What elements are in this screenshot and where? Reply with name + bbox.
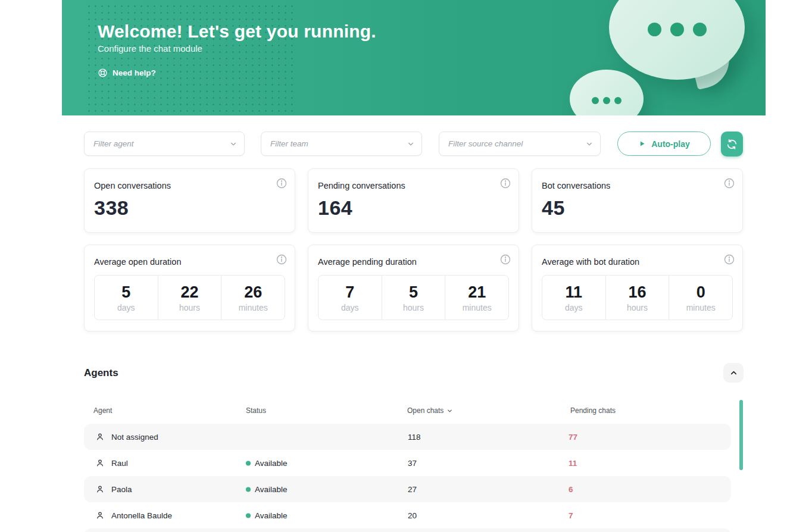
- table-row[interactable]: Antonella Baulde Available 20 7: [84, 502, 731, 528]
- chat-bubble-small: [570, 70, 644, 115]
- chevron-down-icon: [229, 140, 238, 148]
- open-chats-value: 37: [408, 459, 417, 468]
- duration-unit: days: [117, 303, 135, 312]
- open-chats-value: 20: [408, 511, 417, 520]
- agent-status: Available: [246, 485, 288, 494]
- info-icon[interactable]: [499, 254, 511, 265]
- user-icon: [95, 432, 105, 442]
- card-title: Average open duration: [94, 257, 285, 267]
- duration-value: 0: [697, 283, 705, 302]
- need-help-label: Need help?: [113, 68, 156, 77]
- duration-hours: 22hours: [158, 276, 221, 320]
- filter-team-select[interactable]: [261, 132, 422, 156]
- filter-team-input[interactable]: [261, 132, 421, 155]
- info-icon[interactable]: [723, 177, 735, 189]
- agent-status: Available: [246, 511, 288, 520]
- collapse-section-button[interactable]: [723, 363, 744, 383]
- status-label: Available: [255, 511, 288, 520]
- card-title: Bot conversations: [542, 181, 733, 190]
- duration-value: 7: [345, 283, 354, 302]
- table-row[interactable]: Not assigned 118 77: [84, 424, 731, 450]
- duration-unit: hours: [627, 303, 648, 312]
- duration-unit: minutes: [463, 303, 492, 312]
- refresh-button[interactable]: [721, 132, 743, 157]
- column-header-agent: Agent: [93, 406, 112, 415]
- open-chats-value: 118: [408, 433, 421, 442]
- duration-unit: hours: [403, 303, 424, 312]
- chevron-down-icon: [585, 140, 594, 148]
- open-conversations-card: Open conversations 338: [84, 168, 295, 233]
- table-scrollbar-thumb[interactable]: [739, 400, 743, 470]
- agents-table-header: Agent Status Open chats Pending chats: [84, 406, 744, 415]
- duration-minutes: 21minutes: [445, 276, 508, 320]
- info-icon[interactable]: [723, 254, 735, 265]
- durations-row: Average open duration 5days 22hours 26mi…: [84, 245, 744, 331]
- duration-value: 5: [409, 283, 418, 302]
- dot-pattern-decoration: [86, 3, 295, 115]
- user-icon: [95, 458, 105, 468]
- user-icon: [95, 484, 105, 494]
- autoplay-button[interactable]: Auto-play: [617, 132, 711, 156]
- duration-unit: days: [341, 303, 359, 312]
- duration-unit: hours: [179, 303, 200, 312]
- duration-box: 7days 5hours 21minutes: [318, 275, 509, 320]
- average-with-bot-duration-card: Average with bot duration 11days 16hours…: [532, 245, 743, 331]
- duration-minutes: 0minutes: [669, 276, 732, 320]
- duration-unit: minutes: [239, 303, 268, 312]
- duration-hours: 16hours: [605, 276, 669, 320]
- info-icon[interactable]: [276, 177, 288, 189]
- info-icon[interactable]: [499, 177, 511, 189]
- agents-table-body: Not assigned 118 77 Raul Available 37 11…: [84, 424, 744, 532]
- duration-value: 22: [180, 283, 198, 302]
- duration-value: 26: [244, 283, 262, 302]
- table-row[interactable]: Raul Available 37 11: [84, 450, 731, 476]
- card-value: 164: [318, 196, 509, 220]
- filter-source-channel-input[interactable]: [439, 132, 600, 155]
- duration-unit: days: [565, 303, 583, 312]
- card-title: Open conversations: [94, 181, 285, 190]
- duration-minutes: 26minutes: [221, 276, 285, 320]
- bubble-dot: [592, 97, 599, 104]
- filter-agent-input[interactable]: [85, 132, 244, 155]
- status-dot: [246, 487, 251, 492]
- status-dot: [246, 513, 251, 518]
- pending-conversations-card: Pending conversations 164: [308, 168, 519, 233]
- duration-unit: minutes: [686, 303, 716, 312]
- card-value: 45: [542, 196, 733, 220]
- bubble-dot: [670, 23, 684, 36]
- average-open-duration-card: Average open duration 5days 22hours 26mi…: [84, 245, 295, 331]
- info-icon[interactable]: [276, 254, 288, 265]
- card-title: Pending conversations: [318, 181, 509, 190]
- duration-hours: 5hours: [382, 276, 445, 320]
- duration-days: 11days: [542, 276, 605, 320]
- bubble-dot: [648, 23, 661, 36]
- column-header-open-chats[interactable]: Open chats: [407, 406, 453, 415]
- filter-agent-select[interactable]: [84, 132, 245, 156]
- banner-title: Welcome! Let's get you running.: [98, 21, 376, 42]
- agents-heading: Agents: [84, 367, 118, 379]
- open-chats-value: 27: [408, 485, 417, 494]
- filters-toolbar: Auto-play: [84, 132, 744, 156]
- agent-name: Raul: [111, 459, 128, 468]
- card-value: 338: [94, 196, 285, 220]
- duration-value: 11: [566, 283, 583, 302]
- user-icon: [95, 511, 105, 520]
- need-help-link[interactable]: Need help?: [98, 68, 156, 78]
- pending-chats-value: 77: [569, 433, 577, 442]
- card-title: Average pending duration: [318, 257, 509, 267]
- pending-chats-value: 11: [569, 459, 577, 468]
- bot-conversations-card: Bot conversations 45: [532, 168, 743, 233]
- table-row-partial: [84, 528, 731, 532]
- sort-chevron-down-icon: [446, 408, 453, 414]
- status-dot: [246, 461, 251, 465]
- table-row[interactable]: Paola Available 27 6: [84, 476, 731, 502]
- filter-source-channel-select[interactable]: [439, 132, 601, 156]
- duration-box: 11days 16hours 0minutes: [542, 275, 733, 320]
- bubble-dot: [693, 23, 707, 36]
- average-pending-duration-card: Average pending duration 7days 5hours 21…: [308, 245, 519, 331]
- agents-header: Agents: [84, 363, 744, 383]
- agent-name: Antonella Baulde: [111, 511, 172, 520]
- chevron-up-icon: [729, 368, 738, 377]
- banner-subtitle: Configure the chat module: [98, 43, 202, 54]
- duration-days: 5days: [95, 276, 158, 320]
